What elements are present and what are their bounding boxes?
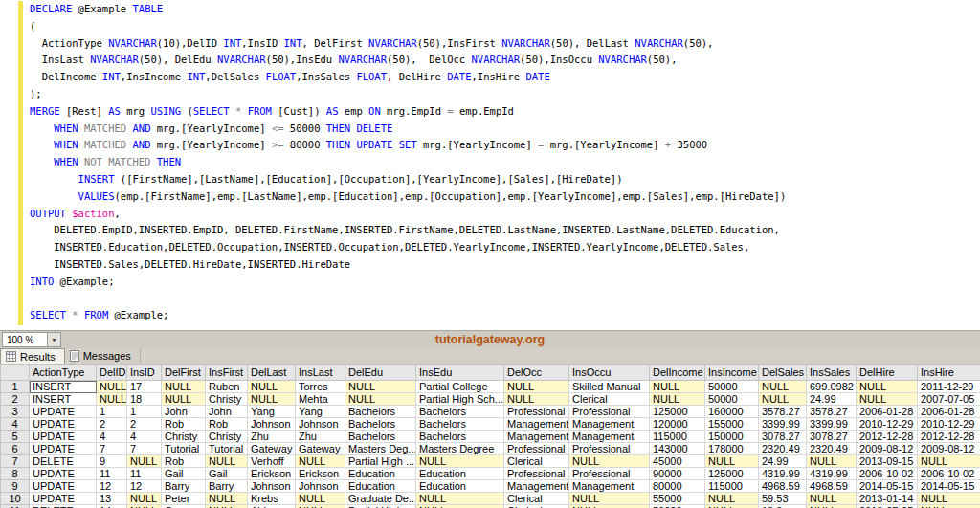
grid-cell[interactable]: Johnson	[248, 418, 296, 431]
grid-cell[interactable]: 12	[97, 480, 127, 493]
column-header-insincome[interactable]: InsIncome	[705, 365, 759, 381]
grid-cell[interactable]: Masters Degree	[416, 443, 504, 455]
grid-cell[interactable]: 2011-12-29	[918, 381, 980, 393]
grid-cell[interactable]: 59.53	[759, 493, 807, 505]
grid-cell[interactable]: 2010-12-29	[918, 418, 980, 431]
grid-cell[interactable]: 2012-12-28	[857, 431, 918, 443]
grid-cell[interactable]: 3078.27	[759, 431, 807, 443]
grid-cell[interactable]: Rob	[162, 455, 206, 468]
grid-cell[interactable]: 2	[127, 418, 162, 431]
grid-cell[interactable]: Erickson	[248, 468, 296, 480]
column-header-insoccu[interactable]: InsOccu	[569, 365, 650, 381]
grid-cell[interactable]: 4319.99	[807, 468, 857, 480]
grid-cell[interactable]: Peter	[162, 493, 206, 505]
grid-cell[interactable]: Clerical	[504, 455, 569, 468]
grid-cell[interactable]: 11	[127, 468, 162, 480]
grid-corner-cell[interactable]	[1, 365, 30, 381]
grid-cell[interactable]: INSERT	[30, 381, 97, 393]
grid-cell[interactable]: Bachelors	[345, 418, 416, 431]
grid-cell[interactable]: Verhoff	[248, 455, 296, 468]
grid-cell[interactable]: NULL	[918, 493, 980, 505]
grid-cell[interactable]: NULL	[650, 393, 705, 406]
grid-cell[interactable]: 45000	[650, 455, 705, 468]
column-header-insfirst[interactable]: InsFirst	[206, 365, 248, 381]
grid-cell[interactable]: Christy	[206, 393, 248, 406]
grid-cell[interactable]: Barry	[206, 480, 248, 493]
grid-cell[interactable]: Zhu	[296, 431, 345, 443]
grid-cell[interactable]: NULL	[504, 381, 569, 393]
grid-cell[interactable]: 7	[97, 443, 127, 455]
grid-cell[interactable]: Education	[416, 480, 504, 493]
grid-cell[interactable]: NULL	[127, 493, 162, 505]
grid-cell[interactable]: NULL	[759, 381, 807, 393]
grid-cell[interactable]: Education	[416, 468, 504, 480]
grid-cell[interactable]: Partial High ...	[345, 455, 416, 468]
grid-cell[interactable]: Gail	[206, 468, 248, 480]
grid-cell[interactable]: 4319.99	[759, 468, 807, 480]
grid-cell[interactable]: NULL	[345, 381, 416, 393]
grid-cell[interactable]: Management	[569, 480, 650, 493]
grid-cell[interactable]: 115000	[650, 431, 705, 443]
grid-cell[interactable]: Zhu	[248, 431, 296, 443]
grid-cell[interactable]: Barry	[162, 480, 206, 493]
row-number-cell[interactable]: 3	[1, 406, 30, 418]
row-number-cell[interactable]: 2	[1, 393, 30, 406]
grid-cell[interactable]: 55000	[650, 493, 705, 505]
grid-cell[interactable]: Professional	[569, 443, 650, 455]
column-header-inshire[interactable]: InsHire	[918, 365, 980, 381]
grid-cell[interactable]: NULL	[650, 381, 705, 393]
grid-cell[interactable]: NULL	[416, 505, 504, 508]
grid-cell[interactable]: 143000	[650, 443, 705, 455]
grid-cell[interactable]: Clerical	[504, 505, 569, 508]
grid-cell[interactable]: Johnson	[296, 418, 345, 431]
grid-cell[interactable]: 24.99	[759, 455, 807, 468]
grid-cell[interactable]: 2013-01-14	[857, 493, 918, 505]
grid-cell[interactable]: 7	[127, 443, 162, 455]
grid-cell[interactable]: 2006-10-02	[857, 468, 918, 480]
grid-cell[interactable]: 3399.99	[759, 418, 807, 431]
grid-cell[interactable]: NULL	[296, 493, 345, 505]
grid-cell[interactable]: NULL	[705, 505, 759, 508]
row-number-cell[interactable]: 10	[1, 493, 30, 505]
grid-cell[interactable]: Clerical	[504, 493, 569, 505]
grid-cell[interactable]: DELETE	[30, 455, 97, 468]
grid-cell[interactable]: 125000	[650, 406, 705, 418]
grid-cell[interactable]: Christy	[206, 431, 248, 443]
column-header-delocc[interactable]: DelOcc	[504, 365, 569, 381]
grid-cell[interactable]: Bachelors	[345, 406, 416, 418]
grid-cell[interactable]: Gateway	[248, 443, 296, 455]
grid-cell[interactable]: NULL	[759, 393, 807, 406]
grid-cell[interactable]: 4	[127, 431, 162, 443]
grid-cell[interactable]: 50000	[705, 393, 759, 406]
grid-cell[interactable]: 3578.27	[807, 406, 857, 418]
grid-cell[interactable]: UPDATE	[30, 418, 97, 431]
grid-cell[interactable]: NULL	[127, 505, 162, 508]
column-header-inssales[interactable]: InsSales	[807, 365, 857, 381]
grid-cell[interactable]: NULL	[416, 455, 504, 468]
grid-cell[interactable]: 2320.49	[759, 443, 807, 455]
grid-cell[interactable]: Professional	[504, 406, 569, 418]
grid-cell[interactable]: Greg	[162, 505, 206, 508]
grid-cell[interactable]: 1	[127, 406, 162, 418]
grid-cell[interactable]: John	[206, 406, 248, 418]
grid-cell[interactable]: 3078.27	[807, 431, 857, 443]
grid-cell[interactable]: 178000	[705, 443, 759, 455]
grid-cell[interactable]: NULL	[345, 393, 416, 406]
grid-cell[interactable]: Partial High ...	[345, 505, 416, 508]
grid-cell[interactable]: NULL	[162, 381, 206, 393]
grid-cell[interactable]: Management	[569, 431, 650, 443]
grid-cell[interactable]: 50000	[650, 505, 705, 508]
grid-cell[interactable]: UPDATE	[30, 406, 97, 418]
grid-cell[interactable]: Partial College	[416, 381, 504, 393]
grid-cell[interactable]: Management	[504, 480, 569, 493]
grid-cell[interactable]: NULL	[416, 493, 504, 505]
grid-cell[interactable]: NULL	[206, 493, 248, 505]
grid-cell[interactable]: 12	[127, 480, 162, 493]
grid-cell[interactable]: Bachelors	[416, 406, 504, 418]
row-number-cell[interactable]: 6	[1, 443, 30, 455]
grid-cell[interactable]: 11	[97, 468, 127, 480]
column-header-actiontype[interactable]: ActionType	[30, 365, 97, 381]
grid-cell[interactable]: NULL	[162, 393, 206, 406]
grid-cell[interactable]: 80000	[650, 480, 705, 493]
grid-cell[interactable]: 18	[127, 393, 162, 406]
